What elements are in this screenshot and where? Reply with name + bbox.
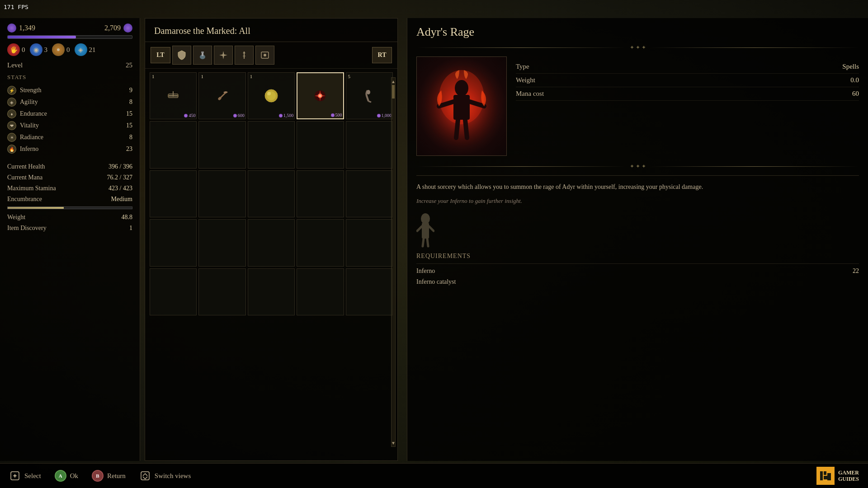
- svg-rect-41: [820, 471, 823, 480]
- leg-icon: [353, 80, 386, 112]
- inv-cell-leg[interactable]: 5 1,000: [346, 72, 393, 119]
- item-cost-1: 450: [184, 113, 195, 118]
- info-mana: Current Mana 76.2 / 327: [7, 172, 132, 183]
- inv-cell-crossbow[interactable]: 1 450: [150, 72, 197, 119]
- shield-tab-icon: [176, 50, 187, 61]
- card-tab-icon: [259, 50, 270, 61]
- inv-cell-empty-4-4[interactable]: [297, 219, 344, 266]
- tab-weapon[interactable]: [214, 46, 233, 65]
- ghost-figure-area: [416, 212, 859, 248]
- scrollbar-up[interactable]: ▲: [392, 78, 395, 85]
- svg-line-34: [427, 239, 428, 246]
- inv-cell-empty-5-1[interactable]: [150, 268, 197, 315]
- scrollbar-down[interactable]: ▼: [392, 439, 395, 446]
- svg-line-27: [456, 120, 458, 138]
- stat-endurance: ♦ Endurance 15: [7, 108, 132, 120]
- select-button[interactable]: Select: [9, 470, 41, 482]
- item-discovery-value: 1: [129, 225, 132, 232]
- circle-icon: ◈: [75, 43, 87, 56]
- inv-cell-empty-2-5[interactable]: [346, 121, 393, 168]
- inv-cell-empty-2-4[interactable]: [297, 121, 344, 168]
- inv-cell-empty-4-2[interactable]: [198, 219, 245, 266]
- item-stat-type: Type Spells: [516, 60, 859, 74]
- crossbow-icon: [157, 80, 189, 112]
- inv-cell-empty-3-2[interactable]: [198, 170, 245, 217]
- req-catalyst-label: Inferno catalyst: [416, 278, 456, 286]
- cost-gem-3: [279, 114, 283, 117]
- svg-line-31: [417, 226, 422, 231]
- inv-cell-empty-5-5[interactable]: [346, 268, 393, 315]
- ornament-line-right2: [650, 166, 859, 167]
- stat-vitality-value: 15: [126, 122, 132, 129]
- inv-cell-spell[interactable]: 500: [297, 72, 344, 119]
- stat-agility-label: Agility: [20, 99, 38, 106]
- switch-views-button[interactable]: Switch views: [139, 470, 191, 482]
- inv-cell-axe[interactable]: 1 600: [198, 72, 245, 119]
- xp-bar-fill: [8, 36, 76, 38]
- view-icon: [139, 470, 151, 482]
- inv-cell-empty-5-3[interactable]: [248, 268, 295, 315]
- gg-logo-icon: [817, 468, 834, 484]
- ornament-bottom: ✦ ✦ ✦: [416, 163, 859, 170]
- inv-cell-empty-3-5[interactable]: [346, 170, 393, 217]
- scrollbar-thumb[interactable]: [392, 85, 395, 99]
- inventory-row-3: [150, 170, 393, 217]
- stat-endurance-label: Endurance: [20, 110, 47, 117]
- stat-vitality: ❤ Vitality 15: [7, 120, 132, 131]
- item-stat-mana: Mana cost 60: [516, 87, 859, 101]
- lt-button[interactable]: LT: [151, 47, 170, 63]
- return-label: Return: [107, 472, 126, 480]
- tab-shield[interactable]: [172, 46, 191, 65]
- switch-views-icon: [140, 471, 150, 481]
- stat-vitality-left: ❤ Vitality: [7, 121, 39, 130]
- info-health: Current Health 396 / 396: [7, 161, 132, 172]
- select-gamepad-icon: [10, 471, 20, 481]
- currency-left: 1,349: [7, 23, 35, 33]
- ok-button[interactable]: A Ok: [55, 470, 78, 482]
- scrollbar-track: ▲ ▼: [391, 77, 396, 447]
- arrow-tab-icon: [239, 50, 250, 61]
- select-icon: [9, 470, 21, 482]
- strength-icon: ⚡: [7, 86, 16, 95]
- weight-stat-value: 0.0: [850, 76, 859, 84]
- stat-inferno-label: Inferno: [20, 145, 38, 153]
- inv-cell-orb[interactable]: 1 1,500: [248, 72, 295, 119]
- inv-cell-empty-4-5[interactable]: [346, 219, 393, 266]
- mana-value: 76.2 / 327: [107, 174, 132, 181]
- ok-icon: A: [55, 470, 66, 482]
- svg-point-19: [319, 94, 321, 97]
- rt-button[interactable]: RT: [372, 47, 392, 63]
- svg-point-29: [421, 213, 430, 224]
- tab-arrow[interactable]: [235, 46, 254, 65]
- bottom-bar: Select A Ok B Return Switch views: [0, 463, 868, 488]
- tab-flask[interactable]: [193, 46, 212, 65]
- level-value: 25: [126, 61, 132, 69]
- weapon-tab-icon: [218, 50, 229, 61]
- return-button[interactable]: B Return: [92, 470, 126, 482]
- stat-radiance-label: Radiance: [20, 134, 43, 141]
- requirements-title: Requirements: [416, 253, 859, 260]
- svg-point-20: [367, 90, 370, 94]
- inv-cell-empty-3-1[interactable]: [150, 170, 197, 217]
- svg-point-6: [264, 54, 266, 56]
- inv-cell-empty-5-4[interactable]: [297, 268, 344, 315]
- info-weight: Weight 48.8: [7, 212, 132, 223]
- cost-gem-4: [331, 113, 335, 117]
- inv-cell-empty-3-3[interactable]: [248, 170, 295, 217]
- tab-card[interactable]: [255, 46, 274, 65]
- radiance-icon: ☀: [7, 133, 16, 142]
- left-panel: 1,349 2,709 🖐 0 ◉ 3 ● 0 ◈ 21 Level 25: [0, 18, 140, 461]
- inv-cell-empty-5-2[interactable]: [198, 268, 245, 315]
- inv-cell-empty-2-2[interactable]: [198, 121, 245, 168]
- cost-gem-1: [184, 114, 188, 117]
- ghost-figure-icon: [416, 212, 434, 248]
- svg-rect-1: [202, 52, 203, 56]
- item-cost-2: 600: [233, 113, 245, 118]
- inv-cell-empty-2-1[interactable]: [150, 121, 197, 168]
- inv-cell-empty-4-1[interactable]: [150, 219, 197, 266]
- inv-cell-empty-2-3[interactable]: [248, 121, 295, 168]
- gamer-guides-logo: GAMER GUIDES: [816, 467, 859, 485]
- inventory-grid: 1 450 1 600: [145, 69, 397, 452]
- inv-cell-empty-4-3[interactable]: [248, 219, 295, 266]
- inv-cell-empty-3-4[interactable]: [297, 170, 344, 217]
